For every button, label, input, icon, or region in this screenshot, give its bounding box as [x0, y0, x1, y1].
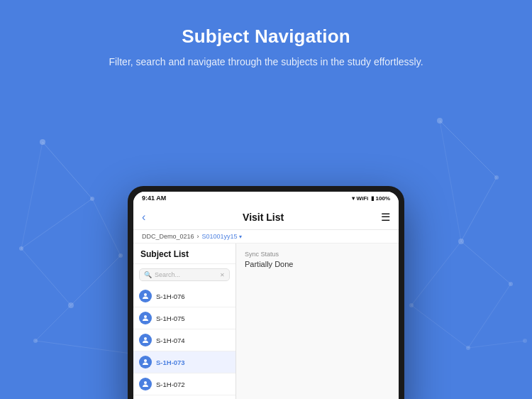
sync-status-label: Sync Status [245, 251, 390, 258]
page-title: Subject Navigation [0, 26, 532, 48]
svg-line-25 [468, 284, 511, 348]
list-item[interactable]: S-1H-076 [133, 285, 235, 307]
breadcrumb-study: DDC_Demo_0216 [142, 233, 194, 240]
page-subtitle: Filter, search and navigate through the … [0, 55, 532, 70]
breadcrumb: DDC_Demo_0216 › S01001yy15 ▾ [133, 230, 399, 244]
tablet-frame: 9:41 AM ▾ WiFi ▮ 100% ‹ Visit List ☰ DDC… [128, 186, 404, 399]
menu-button[interactable]: ☰ [381, 211, 390, 224]
list-item[interactable]: S-1H-072 [133, 373, 235, 395]
subject-id-label: S-1H-075 [156, 315, 185, 322]
subject-list: S-1H-076 S-1H-075 S-1H-074 S-1H-073 S-1H… [133, 285, 235, 399]
svg-line-14 [21, 142, 43, 248]
svg-point-30 [144, 293, 147, 296]
svg-line-8 [21, 199, 92, 248]
svg-point-20 [466, 346, 470, 350]
svg-line-7 [43, 142, 92, 199]
list-item[interactable]: S-1H-075 [133, 307, 235, 329]
subject-id-label: S-1H-074 [156, 337, 185, 344]
right-panel: Sync Status Partially Done [236, 244, 399, 399]
svg-line-10 [71, 256, 121, 305]
list-item[interactable]: S-1H-073 [133, 351, 235, 373]
list-item[interactable]: S-1H-074 [133, 329, 235, 351]
search-icon: 🔍 [144, 271, 152, 278]
subject-panel-header: Subject List [133, 244, 235, 264]
svg-line-23 [461, 177, 497, 241]
svg-point-5 [33, 339, 38, 343]
svg-point-4 [118, 253, 123, 258]
nav-title: Visit List [243, 212, 284, 223]
subject-id-label: S-1H-076 [156, 293, 185, 300]
svg-line-11 [92, 199, 121, 256]
tablet-screen: 9:41 AM ▾ WiFi ▮ 100% ‹ Visit List ☰ DDC… [133, 192, 399, 399]
avatar [139, 290, 152, 302]
svg-point-21 [523, 339, 527, 343]
subject-id-label: S-1H-073 [156, 359, 185, 366]
back-button[interactable]: ‹ [142, 211, 145, 224]
subject-id-label: S-1H-072 [156, 381, 185, 388]
search-input[interactable]: Search... [155, 271, 217, 278]
status-icons: ▾ WiFi ▮ 100% [352, 195, 390, 202]
svg-line-12 [35, 305, 71, 341]
svg-line-9 [21, 248, 71, 305]
svg-point-3 [68, 302, 74, 308]
avatar [139, 334, 152, 346]
svg-line-27 [411, 305, 468, 348]
svg-point-32 [144, 337, 147, 340]
breadcrumb-subject[interactable]: S01001yy15 ▾ [202, 233, 242, 240]
svg-line-28 [468, 341, 525, 348]
subject-panel: Subject List 🔍 Search... ✕ S-1H-076 S-1H… [133, 244, 236, 399]
svg-point-1 [90, 197, 94, 201]
svg-point-17 [458, 239, 464, 244]
list-item[interactable]: S-1H-071 [133, 395, 235, 399]
main-content: Subject List 🔍 Search... ✕ S-1H-076 S-1H… [133, 244, 399, 399]
svg-point-15 [437, 118, 443, 124]
sync-status-value: Partially Done [245, 260, 390, 268]
search-bar[interactable]: 🔍 Search... ✕ [139, 268, 230, 281]
avatar [139, 312, 152, 324]
nav-bar: ‹ Visit List ☰ [133, 204, 399, 230]
svg-line-26 [411, 241, 461, 305]
status-time: 9:41 AM [142, 195, 166, 202]
svg-point-0 [40, 139, 45, 145]
svg-point-16 [494, 175, 499, 180]
svg-point-18 [509, 282, 513, 286]
svg-line-29 [440, 121, 461, 241]
hero-section: Subject Navigation Filter, search and na… [0, 0, 532, 70]
avatar [139, 378, 152, 390]
svg-line-13 [35, 341, 142, 355]
svg-point-19 [409, 303, 414, 307]
search-clear-icon[interactable]: ✕ [220, 272, 225, 278]
status-bar: 9:41 AM ▾ WiFi ▮ 100% [133, 192, 399, 204]
svg-point-34 [144, 381, 147, 384]
avatar [139, 356, 152, 368]
svg-line-24 [461, 241, 511, 284]
svg-line-22 [440, 121, 497, 177]
wifi-icon: ▾ WiFi [352, 195, 368, 202]
svg-point-31 [144, 315, 147, 318]
breadcrumb-separator: › [197, 233, 199, 240]
svg-point-2 [19, 246, 23, 251]
battery-icon: ▮ 100% [371, 195, 390, 202]
svg-point-33 [144, 359, 147, 362]
tablet-wrapper: 9:41 AM ▾ WiFi ▮ 100% ‹ Visit List ☰ DDC… [128, 186, 404, 399]
